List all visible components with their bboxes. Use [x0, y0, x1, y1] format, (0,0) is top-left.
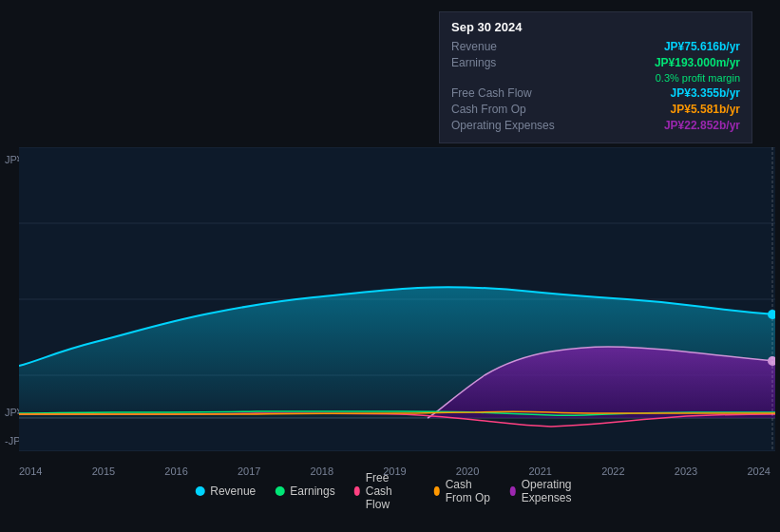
- x-label-2022: 2022: [601, 466, 624, 477]
- x-label-2024: 2024: [747, 466, 770, 477]
- legend-label-opex: Operating Expenses: [522, 478, 585, 504]
- legend-label-earnings: Earnings: [290, 484, 334, 498]
- chart-svg: [19, 147, 775, 451]
- legend-dot-fcf: [354, 486, 360, 496]
- x-label-2014: 2014: [19, 466, 42, 477]
- chart-container: Sep 30 2024 Revenue JP¥75.616b/yr Earnin…: [0, 0, 780, 532]
- tooltip-date: Sep 30 2024: [451, 20, 740, 34]
- fcf-label: Free Cash Flow: [451, 86, 532, 100]
- tooltip-revenue-row: Revenue JP¥75.616b/yr: [451, 40, 740, 53]
- legend-item-cashop[interactable]: Cash From Op: [434, 478, 491, 504]
- legend-dot-opex: [510, 486, 516, 496]
- legend-dot-earnings: [275, 486, 284, 496]
- cashop-label: Cash From Op: [451, 103, 526, 116]
- opex-label: Operating Expenses: [451, 119, 555, 132]
- legend-dot-cashop: [434, 486, 440, 496]
- tooltip-fcf-row: Free Cash Flow JP¥3.355b/yr: [451, 86, 740, 100]
- earnings-value: JP¥193.000m/yr: [655, 56, 740, 69]
- tooltip-earnings-row: Earnings JP¥193.000m/yr: [451, 56, 740, 69]
- revenue-label: Revenue: [451, 40, 497, 53]
- tooltip-cashop-row: Cash From Op JP¥5.581b/yr: [451, 103, 740, 116]
- legend-item-fcf[interactable]: Free Cash Flow: [354, 471, 415, 511]
- earnings-label: Earnings: [451, 56, 496, 69]
- legend-label-fcf: Free Cash Flow: [366, 471, 415, 511]
- legend-item-earnings[interactable]: Earnings: [275, 484, 334, 498]
- legend-dot-revenue: [195, 486, 204, 496]
- cashop-value: JP¥5.581b/yr: [671, 103, 740, 116]
- legend-item-revenue[interactable]: Revenue: [195, 484, 256, 498]
- revenue-value: JP¥75.616b/yr: [664, 40, 740, 53]
- chart-legend: Revenue Earnings Free Cash Flow Cash Fro…: [195, 471, 585, 511]
- legend-label-cashop: Cash From Op: [446, 478, 491, 504]
- x-label-2016: 2016: [164, 466, 187, 477]
- profit-margin-row: 0.3% profit margin: [451, 72, 740, 84]
- x-label-2015: 2015: [92, 466, 115, 477]
- tooltip-opex-row: Operating Expenses JP¥22.852b/yr: [451, 119, 740, 132]
- x-label-2023: 2023: [675, 466, 697, 477]
- profit-margin-text: 0.3% profit margin: [656, 72, 740, 84]
- fcf-value: JP¥3.355b/yr: [671, 86, 740, 100]
- opex-value: JP¥22.852b/yr: [664, 119, 740, 132]
- tooltip-box: Sep 30 2024 Revenue JP¥75.616b/yr Earnin…: [439, 11, 752, 143]
- legend-label-revenue: Revenue: [210, 484, 256, 498]
- legend-item-opex[interactable]: Operating Expenses: [510, 478, 585, 504]
